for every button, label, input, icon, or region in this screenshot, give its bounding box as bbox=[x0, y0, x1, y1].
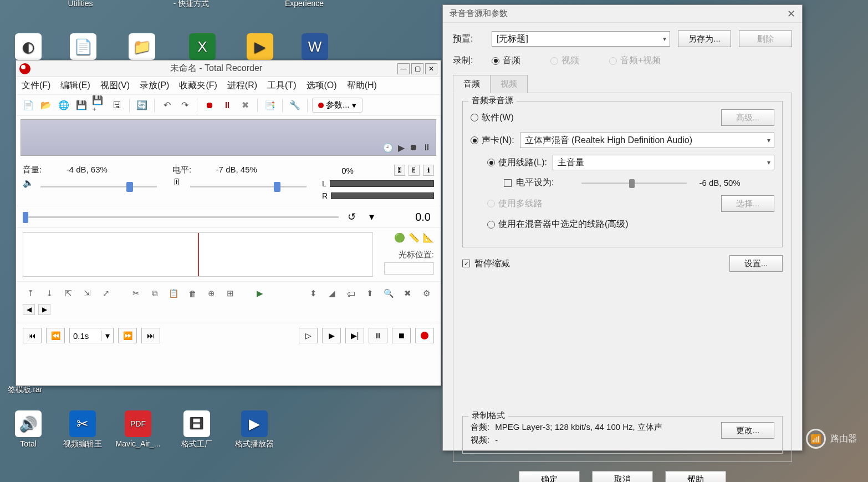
marker-edit-icon[interactable]: 📐 bbox=[423, 232, 434, 243]
saveclip-icon[interactable]: 🖫 bbox=[109, 98, 125, 113]
new-icon[interactable]: 📄 bbox=[21, 98, 36, 113]
desktop-icon[interactable]: ✂视频编辑王 bbox=[58, 410, 108, 449]
preset-combo[interactable]: [无标题]▾ bbox=[492, 31, 670, 47]
speaker-icon[interactable]: 🔈 bbox=[23, 177, 35, 190]
clock-icon[interactable]: 🕘 bbox=[382, 143, 394, 153]
change-button[interactable]: 更改... bbox=[721, 422, 774, 439]
append-icon[interactable]: ⊞ bbox=[222, 286, 238, 301]
level-set-checkbox[interactable]: 电平设为: bbox=[504, 177, 554, 189]
refresh-icon[interactable]: 🔄 bbox=[134, 98, 150, 113]
chevron-down-icon[interactable]: ▾ bbox=[364, 210, 379, 224]
tab-audio[interactable]: 音频 bbox=[453, 75, 491, 93]
sel-all-icon[interactable]: ⇱ bbox=[60, 286, 76, 301]
menu-fav[interactable]: 收藏夹(F) bbox=[179, 80, 217, 92]
goto-start-button[interactable]: ⏮ bbox=[23, 328, 42, 343]
waveform-display[interactable]: 🕘 ▶ ⏺ ⏸ bbox=[21, 119, 436, 156]
prev-marker-icon[interactable]: ◀ bbox=[23, 304, 35, 315]
radio-video[interactable]: 视频 bbox=[550, 55, 579, 67]
menu-options[interactable]: 选项(O) bbox=[307, 80, 337, 92]
time-scrubber[interactable] bbox=[23, 211, 339, 223]
menu-file[interactable]: 文件(F) bbox=[22, 80, 50, 92]
sel-to-end-icon[interactable]: ⇲ bbox=[79, 286, 95, 301]
cut-icon[interactable]: ✂ bbox=[128, 286, 144, 301]
cancel-button[interactable]: 取消 bbox=[592, 471, 653, 482]
pause-icon[interactable]: ⏸ bbox=[422, 143, 431, 153]
mix-icon[interactable]: ⊕ bbox=[203, 286, 219, 301]
ok-button[interactable]: 确定 bbox=[519, 471, 580, 482]
play-sel-button[interactable]: ▷ bbox=[299, 328, 318, 343]
tag-icon[interactable]: 🏷 bbox=[343, 286, 359, 301]
mixer-icon[interactable]: 🎛 bbox=[394, 165, 405, 176]
play-button[interactable]: ▶ bbox=[322, 328, 341, 343]
delete-icon[interactable]: 🗑 bbox=[185, 286, 200, 301]
find-icon[interactable]: 🔍 bbox=[381, 286, 396, 301]
menu-tools[interactable]: 工具(T) bbox=[267, 80, 296, 92]
line-combo[interactable]: 主音量▾ bbox=[553, 155, 774, 170]
record-icon[interactable]: ⏺ bbox=[409, 143, 418, 153]
menu-playrec[interactable]: 录放(P) bbox=[140, 80, 169, 92]
parameters-button[interactable]: 参数... ▾ bbox=[312, 98, 362, 113]
play-sel-icon[interactable]: ▶ bbox=[252, 286, 268, 301]
radio-mixer-selected[interactable]: 使用在混音器中选定的线路(高级) bbox=[487, 219, 629, 230]
level-set-slider[interactable] bbox=[581, 178, 687, 188]
info-icon[interactable]: ℹ bbox=[423, 165, 434, 176]
desktop-icon[interactable]: 签模板.rar bbox=[0, 385, 50, 395]
menu-process[interactable]: 进程(R) bbox=[227, 80, 257, 92]
copy-icon[interactable]: ⧉ bbox=[147, 286, 162, 301]
play-icon[interactable]: ▶ bbox=[398, 143, 405, 153]
desktop-icon[interactable]: ▶格式播放器 bbox=[229, 410, 279, 449]
advanced-button[interactable]: 高级... bbox=[721, 109, 774, 126]
radio-soundcard[interactable]: 声卡(N): bbox=[471, 135, 514, 146]
undo-icon[interactable]: ↶ bbox=[159, 98, 175, 113]
fade-icon[interactable]: ◢ bbox=[324, 286, 340, 301]
desktop-icon[interactable]: PDFMavic_Air_... bbox=[113, 410, 163, 448]
fx-icon[interactable]: ⚙ bbox=[418, 286, 434, 301]
normalize-icon[interactable]: ⬍ bbox=[305, 286, 321, 301]
chevron-down-icon[interactable]: ▾ bbox=[101, 331, 113, 341]
menu-edit[interactable]: 编辑(E) bbox=[60, 80, 90, 92]
menu-view[interactable]: 视图(V) bbox=[100, 80, 130, 92]
record-button[interactable] bbox=[415, 328, 434, 343]
radio-audio-video[interactable]: 音频+视频 bbox=[609, 55, 661, 67]
dialog-titlebar[interactable]: 录音音源和参数 ✕ bbox=[443, 5, 802, 23]
trim-icon[interactable]: ⤢ bbox=[98, 286, 114, 301]
pause-shrink-checkbox[interactable]: ✓暂停缩减 bbox=[462, 258, 510, 270]
sel-start-icon[interactable]: ⤒ bbox=[23, 286, 38, 301]
minimize-button[interactable]: — bbox=[397, 63, 410, 74]
step-input[interactable] bbox=[70, 331, 101, 341]
level-slider[interactable] bbox=[190, 181, 307, 192]
desktop-icon[interactable]: 🎞格式工厂 bbox=[172, 410, 222, 449]
soundcard-combo[interactable]: 立体声混音 (Realtek High Definition Audio)▾ bbox=[520, 133, 774, 148]
saveas-icon[interactable]: 💾⁺ bbox=[91, 98, 107, 113]
desktop-icon[interactable]: 🔊Total bbox=[3, 410, 53, 448]
play-next-button[interactable]: ▶| bbox=[345, 328, 364, 343]
goto-end-button[interactable]: ⏭ bbox=[141, 328, 160, 343]
level-icon[interactable]: 🎚 bbox=[172, 177, 185, 190]
settings-icon[interactable]: 🔧 bbox=[287, 98, 303, 113]
forward-button[interactable]: ⏩ bbox=[118, 328, 137, 343]
close-icon[interactable]: ✕ bbox=[787, 8, 795, 20]
radio-software[interactable]: 软件(W) bbox=[471, 112, 514, 124]
step-selector[interactable]: ▾ bbox=[69, 328, 114, 343]
save-icon[interactable]: 💾 bbox=[74, 98, 89, 113]
url-icon[interactable]: 🌐 bbox=[56, 98, 72, 113]
redo-icon[interactable]: ↷ bbox=[177, 98, 192, 113]
radio-use-line[interactable]: 使用线路(L): bbox=[487, 157, 547, 169]
volume-slider[interactable] bbox=[40, 181, 157, 192]
open-icon[interactable]: 📂 bbox=[38, 98, 54, 113]
next-marker-icon[interactable]: ▶ bbox=[38, 304, 50, 315]
desktop-icon[interactable]: Experience bbox=[279, 0, 329, 8]
radio-multiline[interactable]: 使用多线路 bbox=[487, 198, 543, 210]
pause-button[interactable]: ⏸ bbox=[369, 328, 387, 343]
titlebar[interactable]: 未命名 - Total Recorder — ▢ ✕ bbox=[16, 60, 441, 77]
delete-button[interactable]: 删除 bbox=[739, 31, 792, 47]
paste-icon[interactable]: 📋 bbox=[166, 286, 181, 301]
stop-button[interactable]: ⏹ bbox=[392, 328, 411, 343]
track-display[interactable] bbox=[23, 232, 373, 277]
rewind-button[interactable]: ⏪ bbox=[46, 328, 65, 343]
maximize-button[interactable]: ▢ bbox=[411, 63, 423, 74]
record-start-icon[interactable]: ⏺ bbox=[202, 98, 217, 113]
marker-green-icon[interactable]: 🟢 bbox=[394, 232, 405, 243]
save-as-button[interactable]: 另存为... bbox=[678, 31, 731, 47]
menu-help[interactable]: 帮助(H) bbox=[347, 80, 377, 92]
